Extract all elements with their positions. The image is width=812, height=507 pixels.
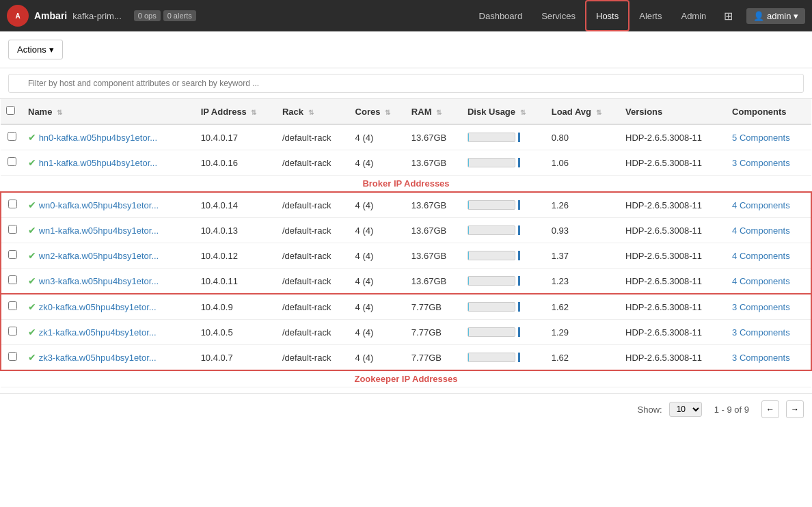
table-footer: Show: 10 25 50 1 - 9 of 9 ← → bbox=[0, 393, 812, 425]
search-input[interactable] bbox=[8, 74, 804, 93]
cores-value: 4 (4) bbox=[355, 158, 374, 168]
components-link[interactable]: 3 Components bbox=[732, 302, 790, 312]
row-checkbox[interactable] bbox=[8, 327, 17, 335]
disk-bar-bg bbox=[468, 200, 515, 210]
disk-bar-line bbox=[518, 302, 520, 312]
row-checkbox[interactable] bbox=[8, 225, 17, 234]
row-cores: 4 (4) bbox=[350, 192, 406, 218]
select-all-checkbox[interactable] bbox=[6, 106, 15, 115]
cores-value: 4 (4) bbox=[355, 225, 374, 236]
nav-alerts[interactable]: Alerts bbox=[630, 0, 671, 31]
header-name[interactable]: Name ⇅ bbox=[23, 99, 195, 124]
nav-services[interactable]: Services bbox=[532, 0, 585, 31]
row-checkbox[interactable] bbox=[8, 132, 16, 141]
next-page-button[interactable]: → bbox=[786, 400, 804, 418]
row-ip: 10.4.0.12 bbox=[195, 243, 277, 269]
row-components: 3 Components bbox=[727, 345, 811, 371]
row-checkbox[interactable] bbox=[8, 200, 17, 208]
components-link[interactable]: 3 Components bbox=[732, 158, 790, 168]
actions-button[interactable]: Actions ▾ bbox=[8, 40, 63, 59]
header-ip[interactable]: IP Address ⇅ bbox=[195, 99, 277, 124]
actions-dropdown-icon: ▾ bbox=[49, 44, 54, 55]
host-link[interactable]: zk0-kafka.w05hpu4bsy1etor... bbox=[39, 302, 157, 312]
disk-bar bbox=[468, 133, 541, 142]
disk-bar-line bbox=[518, 276, 520, 286]
row-ram: 13.67GB bbox=[406, 150, 462, 176]
header-disk[interactable]: Disk Usage ⇅ bbox=[462, 99, 546, 124]
row-version: HDP-2.6.5.3008-11 bbox=[620, 269, 727, 294]
nav-admin[interactable]: Admin bbox=[671, 0, 716, 31]
hosts-table: Name ⇅ IP Address ⇅ Rack ⇅ Cores ⇅ RAM ⇅… bbox=[0, 99, 812, 387]
row-cores: 4 (4) bbox=[350, 269, 406, 294]
user-icon: 👤 bbox=[753, 11, 767, 21]
disk-bar bbox=[468, 225, 541, 235]
row-checkbox-cell bbox=[1, 150, 23, 176]
host-link[interactable]: zk1-kafka.w05hpu4bsy1etor... bbox=[39, 327, 157, 338]
per-page-select[interactable]: 10 25 50 bbox=[669, 402, 702, 417]
disk-bar-bg bbox=[468, 302, 515, 312]
header-ram[interactable]: RAM ⇅ bbox=[406, 99, 462, 124]
host-link[interactable]: wn3-kafka.w05hpu4bsy1etor... bbox=[39, 276, 159, 286]
host-link[interactable]: hn1-kafka.w05hpu4bsy1etor... bbox=[39, 158, 157, 168]
nav-hosts[interactable]: Hosts bbox=[585, 0, 630, 31]
status-ok-icon: ✔ bbox=[28, 327, 36, 338]
version-value: HDP-2.6.5.3008-11 bbox=[625, 133, 702, 143]
host-link[interactable]: zk3-kafka.w05hpu4bsy1etor... bbox=[39, 353, 157, 363]
disk-bar-line bbox=[518, 158, 520, 167]
disk-bar-bg bbox=[468, 225, 515, 235]
status-ok-icon: ✔ bbox=[28, 157, 36, 168]
row-checkbox-cell bbox=[1, 243, 23, 269]
disk-bar-bg bbox=[468, 251, 515, 260]
host-link[interactable]: wn2-kafka.w05hpu4bsy1etor... bbox=[39, 251, 159, 261]
header-load[interactable]: Load Avg ⇅ bbox=[546, 99, 620, 124]
components-link[interactable]: 4 Components bbox=[732, 251, 790, 261]
components-link[interactable]: 4 Components bbox=[732, 225, 790, 236]
header-cores[interactable]: Cores ⇅ bbox=[350, 99, 406, 124]
ops-badge[interactable]: 0 ops bbox=[134, 10, 161, 21]
components-link[interactable]: 4 Components bbox=[732, 276, 790, 286]
brand[interactable]: A Ambari kafka-prim... bbox=[7, 5, 127, 27]
row-disk bbox=[462, 124, 546, 150]
components-link[interactable]: 3 Components bbox=[732, 327, 790, 338]
row-ip: 10.4.0.11 bbox=[195, 269, 277, 294]
row-checkbox[interactable] bbox=[8, 352, 17, 361]
cores-value: 4 (4) bbox=[355, 200, 374, 210]
table-header-row: Name ⇅ IP Address ⇅ Rack ⇅ Cores ⇅ RAM ⇅… bbox=[1, 99, 811, 124]
table-row: ✔ zk1-kafka.w05hpu4bsy1etor... 10.4.0.5 … bbox=[1, 320, 811, 345]
row-checkbox-cell bbox=[1, 345, 23, 371]
row-components: 4 Components bbox=[727, 192, 811, 218]
header-rack[interactable]: Rack ⇅ bbox=[277, 99, 350, 124]
host-link[interactable]: hn0-kafka.w05hpu4bsy1etor... bbox=[39, 133, 157, 143]
row-ram: 13.67GB bbox=[406, 124, 462, 150]
row-checkbox[interactable] bbox=[8, 275, 17, 284]
show-label: Show: bbox=[638, 405, 662, 415]
version-value: HDP-2.6.5.3008-11 bbox=[625, 200, 702, 210]
host-link[interactable]: wn1-kafka.w05hpu4bsy1etor... bbox=[39, 225, 159, 236]
row-checkbox[interactable] bbox=[8, 250, 17, 259]
components-link[interactable]: 4 Components bbox=[732, 200, 790, 210]
toolbar: Actions ▾ bbox=[0, 31, 812, 68]
nav-dashboard[interactable]: Dashboard bbox=[470, 0, 532, 31]
ram-value: 13.67GB bbox=[411, 133, 446, 143]
row-checkbox[interactable] bbox=[8, 301, 17, 310]
components-link[interactable]: 5 Components bbox=[732, 133, 790, 143]
disk-bar-bg bbox=[468, 133, 515, 142]
row-version: HDP-2.6.5.3008-11 bbox=[620, 124, 727, 150]
disk-bar-bg bbox=[468, 353, 515, 362]
prev-page-button[interactable]: ← bbox=[761, 400, 779, 418]
alerts-badge[interactable]: 0 alerts bbox=[163, 10, 196, 21]
user-menu[interactable]: 👤 admin ▾ bbox=[746, 8, 805, 24]
components-link[interactable]: 3 Components bbox=[732, 353, 790, 363]
disk-bar-bg bbox=[468, 276, 515, 286]
row-components: 5 Components bbox=[727, 124, 811, 150]
row-components: 4 Components bbox=[727, 243, 811, 269]
row-checkbox[interactable] bbox=[8, 157, 16, 166]
disk-bar-line bbox=[518, 327, 520, 337]
disk-bar-fill bbox=[468, 353, 469, 361]
header-checkbox[interactable] bbox=[1, 99, 23, 124]
cores-value: 4 (4) bbox=[355, 327, 374, 338]
ram-value: 13.67GB bbox=[411, 225, 446, 236]
status-ok-icon: ✔ bbox=[28, 225, 36, 236]
host-link[interactable]: wn0-kafka.w05hpu4bsy1etor... bbox=[39, 200, 159, 210]
apps-grid-icon[interactable]: ⊞ bbox=[716, 10, 741, 23]
